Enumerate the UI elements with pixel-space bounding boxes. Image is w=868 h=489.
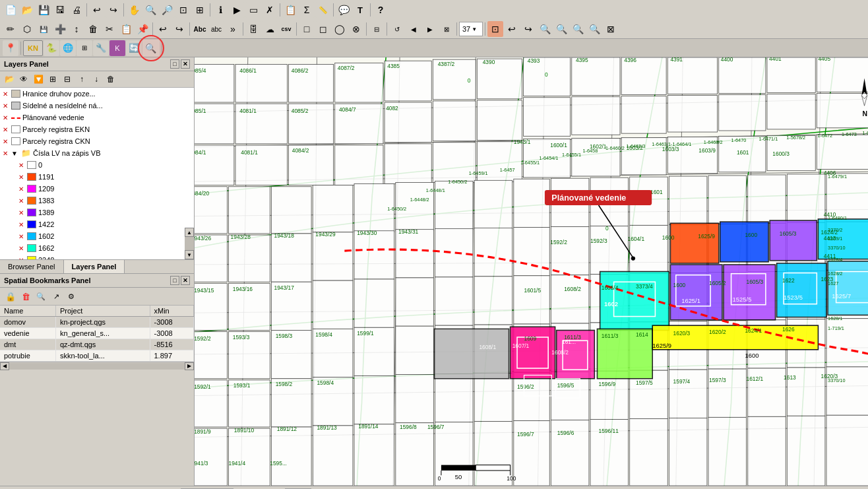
browser-panel-tab[interactable]: Browser Panel — [0, 260, 64, 273]
layer-lv-0[interactable]: ✕ 0 — [0, 159, 194, 171]
col-xmin[interactable]: xMin — [150, 306, 194, 317]
layer-vis-ckn[interactable]: ✕ — [3, 138, 9, 145]
label2-btn[interactable]: abc — [208, 21, 224, 37]
save-as-button[interactable]: 🖫 — [52, 2, 68, 18]
layer-hranice[interactable]: ✕ Hranice druhov poze... — [0, 88, 194, 100]
zoom-highlight-button[interactable]: 🔍 — [142, 40, 160, 57]
layer-vis-lv2248[interactable]: ✕ — [18, 257, 25, 260]
plugin5-btn[interactable]: 🔧 — [93, 40, 109, 56]
bookmark-row-dmt[interactable]: dmt qz-dmt.qgs -8516 — [0, 339, 194, 350]
redo-button[interactable]: ↪ — [106, 2, 121, 18]
digitize-button[interactable]: ✏ — [3, 21, 18, 37]
select-rect-button[interactable]: ▭ — [245, 2, 261, 18]
layer-ckn[interactable]: ✕ Parcely registra CKN — [0, 135, 194, 147]
identify-button[interactable]: ℹ — [212, 2, 228, 18]
layer-vis-lv0[interactable]: ✕ — [18, 162, 25, 169]
select-poly-btn[interactable]: ◻ — [315, 21, 331, 37]
extra-btn1[interactable]: ⊡ — [487, 21, 503, 37]
plugin2-btn[interactable]: 🐍 — [44, 40, 59, 56]
layer-visibility-btn[interactable]: 👁 — [17, 73, 30, 86]
extra-btn6[interactable]: 🔍 — [570, 21, 586, 37]
db-manager-button[interactable]: 🗄 — [245, 21, 261, 37]
layer-vis-cisla[interactable]: ✕ — [3, 150, 9, 157]
scroll-up[interactable]: ▲ — [185, 228, 194, 237]
scroll-down[interactable]: ▼ — [185, 250, 194, 259]
bookmarks-float-btn[interactable]: □ — [170, 276, 179, 285]
col-name[interactable]: Name — [0, 306, 55, 317]
layers-panel-tab[interactable]: Layers Panel — [64, 260, 125, 273]
node-edit-button[interactable]: ⬡ — [19, 21, 35, 37]
field-calc-button[interactable]: Σ — [299, 2, 315, 18]
select-button[interactable]: ▶ — [229, 2, 245, 18]
extra-btn2[interactable]: ↩ — [504, 21, 520, 37]
panel-float-btn[interactable]: □ — [170, 59, 179, 69]
zoom-selection-button[interactable]: ⊞ — [192, 2, 208, 18]
filter-layer-btn[interactable]: 🔽 — [32, 73, 45, 86]
new-project-button[interactable]: 📄 — [3, 2, 18, 18]
zoom-layer-btn[interactable]: ⊟ — [369, 21, 385, 37]
help2-button[interactable]: ? — [373, 2, 388, 18]
hscroll-left[interactable]: ◀ — [0, 362, 9, 370]
zoom-out-button[interactable]: 🔎 — [159, 2, 175, 18]
layer-ekn[interactable]: ✕ Parcely registra EKN — [0, 123, 194, 135]
render-btn3[interactable]: ▶ — [422, 21, 438, 37]
undo-edit-button[interactable]: ↩ — [155, 21, 171, 37]
bookmark-zoom-btn[interactable]: 🔍 — [34, 290, 47, 303]
zoom-number[interactable]: 37 ▼ — [459, 22, 483, 36]
open-layer-btn[interactable]: 📂 — [3, 73, 16, 86]
redo-edit-button[interactable]: ↪ — [171, 21, 187, 37]
undo-button[interactable]: ↩ — [89, 2, 105, 18]
layer-cisla-lv[interactable]: ✕ ▼ 📁 Čísla LV na zápis VB — [0, 147, 194, 159]
map-area[interactable]: N 50 0 100 4085/44086/1 4086/24087/2 438… — [195, 57, 868, 486]
del-feat-button[interactable]: 🗑 — [85, 21, 101, 37]
plugin4-btn[interactable]: ⊞ — [77, 40, 92, 56]
col-project[interactable]: Project — [55, 306, 150, 317]
bookmark-share-btn[interactable]: ↗ — [49, 290, 63, 303]
layer-list[interactable]: ✕ Hranice druhov poze... ✕ Sídelné a nes… — [0, 88, 194, 259]
render-btn1[interactable]: ↺ — [389, 21, 405, 37]
move-feat-button[interactable]: ↕ — [69, 21, 84, 37]
layer-vis-lv1389[interactable]: ✕ — [18, 209, 25, 216]
layer-expand-cisla[interactable]: ▼ — [11, 150, 19, 157]
copy-button[interactable]: 📋 — [118, 21, 134, 37]
plugin6-btn[interactable]: K — [109, 40, 125, 56]
print-button[interactable]: 🖨 — [69, 2, 84, 18]
add-feat-button[interactable]: ➕ — [52, 21, 68, 37]
remove-layer-btn[interactable]: 🗑 — [104, 73, 117, 86]
layer-vis-hranice[interactable]: ✕ — [3, 90, 9, 98]
render-btn2[interactable]: ◀ — [406, 21, 421, 37]
help-button[interactable]: T — [352, 2, 368, 18]
bookmark-row-vedenie[interactable]: vedenie kn_general_s... -3008 — [0, 328, 194, 339]
layer-vis-lv1383[interactable]: ✕ — [18, 197, 25, 205]
extra-btn3[interactable]: ↪ — [520, 21, 536, 37]
extra-btn8[interactable]: ⊠ — [603, 21, 619, 37]
select-radius-btn[interactable]: ◯ — [332, 21, 348, 37]
plugin1-btn[interactable]: KN — [23, 40, 43, 56]
more-tools-btn[interactable]: » — [225, 21, 241, 37]
bookmark-settings-btn[interactable]: ⚙ — [65, 290, 78, 303]
layer-vis-planovane[interactable]: ✕ — [3, 114, 9, 121]
loc-btn[interactable]: 📍 — [3, 40, 18, 56]
panel-close-btn[interactable]: ✕ — [181, 59, 190, 69]
open-project-button[interactable]: 📂 — [19, 2, 35, 18]
layer-vis-ekn[interactable]: ✕ — [3, 126, 9, 133]
attr-table-button[interactable]: 📋 — [282, 2, 298, 18]
save-edits-button[interactable]: 💾 — [36, 21, 51, 37]
layer-lv-1383[interactable]: ✕ 1383 — [0, 195, 194, 207]
layer-lv-1422[interactable]: ✕ 1422 — [0, 218, 194, 230]
layer-sidlene[interactable]: ✕ Sídelné a nesídelné ná... — [0, 100, 194, 112]
layer-vis-lv1602[interactable]: ✕ — [18, 233, 25, 240]
extra-btn4[interactable]: 🔍 — [537, 21, 553, 37]
bookmark-row-potrubie[interactable]: potrubie skkn-tool_la... 1.897 — [0, 350, 194, 362]
extra-btn5[interactable]: 🔍 — [553, 21, 569, 37]
bookmark-delete-btn[interactable]: 🗑 — [19, 290, 32, 303]
zoom-full-button[interactable]: ⊡ — [175, 2, 191, 18]
csv-button[interactable]: csv — [278, 21, 294, 37]
layer-vis-lv1422[interactable]: ✕ — [18, 221, 25, 228]
layer-lv-1662[interactable]: ✕ 1662 — [0, 242, 194, 254]
bookmark-row-domov[interactable]: domov kn-project.qgs -3008 — [0, 317, 194, 328]
layer-lv-1209[interactable]: ✕ 1209 — [0, 183, 194, 195]
move-layer-down-btn[interactable]: ↓ — [90, 73, 103, 86]
layer-lv-1602[interactable]: ✕ 1602 — [0, 230, 194, 242]
layer-lv-1389[interactable]: ✕ 1389 — [0, 207, 194, 218]
